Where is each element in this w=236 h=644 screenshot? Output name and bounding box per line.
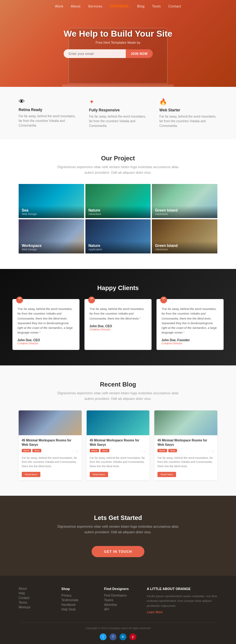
blog-meta-3: More Tech ♡ ☺ xyxy=(157,449,214,454)
project-island2-overlay: Green Island Adventure xyxy=(152,241,217,253)
cta-section: Lets Get Started Dignissimos asperiores … xyxy=(0,496,236,576)
feature-webstarter-title: Web Starter xyxy=(159,108,180,112)
blog-tags-1: More Tech xyxy=(22,449,41,452)
testimonial-1: " "Far far away, behind the word mountai… xyxy=(12,299,79,350)
project-island-name: Green Island xyxy=(155,208,214,212)
projects-subtitle: Dignissimos asperiores vitae velit venia… xyxy=(56,164,180,175)
hero-form: JOIN NOW xyxy=(64,49,172,58)
testimonial-3-role: Creative Director xyxy=(161,342,219,345)
blog-card-3: 45 Minimal Workspace Rooms for Web Savys… xyxy=(154,410,217,481)
feature-responsive-text: Far far away, behind the word mountains,… xyxy=(89,114,147,128)
project-sea-overlay: Sea Web Design xyxy=(19,206,84,218)
project-grid: Sea Web Design Nature Adventure Green Is… xyxy=(19,184,217,253)
feature-responsive-title: Fully Responsive xyxy=(89,108,120,112)
project-nature-name: Nature xyxy=(88,208,148,212)
hero-content: We Help to Build Your Site Free html Tem… xyxy=(64,29,172,58)
quote-icon-2: " xyxy=(88,297,95,303)
footer-contact[interactable]: Contact xyxy=(19,596,54,600)
footer-help[interactable]: Help xyxy=(19,592,54,595)
project-nature[interactable]: Nature Adventure xyxy=(85,184,151,218)
project-island-overlay: Green Island Adventure xyxy=(152,206,217,218)
blog-tag-3a: More xyxy=(157,449,167,452)
footer-bottom: Copyright © 2018 Company name all rights… xyxy=(19,623,217,640)
project-nature2[interactable]: Nature Application xyxy=(85,219,151,253)
testimonial-1-author: John Doe, CEO xyxy=(17,338,75,342)
blog-meta-2: More Tech ♡ ☺ xyxy=(90,449,147,454)
blog-text-3: Far far away, behind the word mountains,… xyxy=(157,456,214,469)
footer-api[interactable]: API xyxy=(104,608,139,611)
nav-about[interactable]: About xyxy=(71,4,80,8)
footer-grid: About Help Contact Terms Meetups Shop Pr… xyxy=(19,587,217,615)
feature-retina-text: Far far away, behind the word mountains,… xyxy=(19,114,77,128)
footer-find-title: Find Designers xyxy=(104,587,139,591)
blog-title-2: 45 Minimal Workspace Rooms for Web Savys xyxy=(90,438,147,447)
blog-readmore-1[interactable]: Read More xyxy=(22,472,40,477)
blog-tag-2b: Tech xyxy=(100,449,109,452)
footer-privacy[interactable]: Privacy xyxy=(61,594,97,597)
footer-col-2: Shop Privacy Testimonials Handbook Help … xyxy=(61,587,97,615)
cta-button[interactable]: GET IN TOUCH xyxy=(92,546,145,557)
blog-text-2: Far far away, behind the word mountains,… xyxy=(90,456,147,469)
testimonial-2-text: "Far far away, behind the word mountains… xyxy=(89,306,147,321)
footer: About Help Contact Terms Meetups Shop Pr… xyxy=(0,576,236,644)
blog-body-3: 45 Minimal Workspace Rooms for Web Savys… xyxy=(154,435,217,481)
blog-meta-1: More Tech ♡ ☺ xyxy=(22,449,79,454)
nav-tools[interactable]: Tools xyxy=(152,4,161,8)
project-sea[interactable]: Sea Web Design xyxy=(19,184,84,218)
project-island2-name: Green Island xyxy=(155,244,214,248)
footer-terms[interactable]: Terms xyxy=(19,601,54,604)
blog-subtitle: Dignissimos asperiores vitae velit venia… xyxy=(56,391,180,401)
footer-copyright: Copyright © 2018 Company name all rights… xyxy=(85,627,151,630)
project-nature2-overlay: Nature Application xyxy=(85,241,151,253)
feature-webstarter-text: Far far away, behind the word mountains,… xyxy=(159,114,217,128)
nav-services[interactable]: Services xyxy=(88,4,102,8)
blog-readmore-2[interactable]: Read More xyxy=(90,472,108,477)
footer-helpdesk[interactable]: Help Desk xyxy=(61,608,97,611)
quote-icon-3: " xyxy=(160,297,167,303)
cta-subtitle: Dignissimos asperiores vitae velit venia… xyxy=(56,524,180,535)
footer-teams[interactable]: Teams xyxy=(104,598,139,602)
blog-readmore-3[interactable]: Read More xyxy=(157,472,176,477)
facebook-icon[interactable]: f xyxy=(110,633,116,640)
blog-tags-2: More Tech xyxy=(90,449,109,452)
blog-tags-3: More Tech xyxy=(157,449,177,452)
footer-col-1: About Help Contact Terms Meetups xyxy=(19,587,54,615)
footer-testimonials[interactable]: Testimonials xyxy=(61,598,97,602)
project-island2-cat: Adventure xyxy=(155,248,214,251)
hero-subtitle: Free html Templates Made by xyxy=(64,41,172,44)
nav-brand[interactable]: ORANGE. xyxy=(110,4,130,8)
blog-img-2 xyxy=(87,410,150,435)
footer-find-devs[interactable]: Find Developers xyxy=(104,594,139,597)
project-island[interactable]: Green Island Adventure xyxy=(152,184,217,218)
pinterest-icon[interactable]: p xyxy=(129,633,136,640)
feature-responsive: ✦ Fully Responsive Far far away, behind … xyxy=(89,98,147,128)
nav-work[interactable]: Work xyxy=(55,4,63,8)
nav-blog[interactable]: Blog xyxy=(137,4,145,8)
footer-meetups[interactable]: Meetups xyxy=(19,606,54,609)
blog-meta-icons-3: ♡ ☺ xyxy=(208,450,214,453)
blog-tag-1a: More xyxy=(22,449,31,452)
feature-retina: 👁 Retina Ready Far far away, behind the … xyxy=(19,98,77,128)
testimonial-1-role: Creative Director xyxy=(17,342,75,345)
blog-img-1 xyxy=(19,410,82,435)
footer-shop-title: Shop xyxy=(61,587,97,591)
project-island2[interactable]: Green Island Adventure xyxy=(152,219,217,253)
twitter-icon[interactable]: t xyxy=(100,633,107,640)
footer-advertise[interactable]: Advertise xyxy=(104,603,139,606)
footer-learn-more[interactable]: Learn More xyxy=(147,610,217,614)
footer-about[interactable]: About xyxy=(19,587,54,590)
project-workspace-cat: Web Design xyxy=(22,248,81,251)
join-button[interactable]: JOIN NOW xyxy=(126,49,153,58)
email-input[interactable] xyxy=(64,49,126,58)
footer-handbook[interactable]: Handbook xyxy=(61,603,97,606)
retina-icon: 👁 xyxy=(19,98,25,105)
testimonials-title: Happy Clients xyxy=(12,284,224,292)
blog-section: Recent Blog Dignissimos asperiores vitae… xyxy=(0,365,236,496)
linkedin-icon[interactable]: in xyxy=(120,633,126,640)
blog-img-3 xyxy=(154,410,217,435)
project-workspace[interactable]: Workspace Web Design xyxy=(19,219,84,253)
blog-tag-3b: Tech xyxy=(168,449,177,452)
project-nature2-name: Nature xyxy=(88,244,148,248)
nav-contact[interactable]: Contact xyxy=(168,4,181,8)
project-nature-overlay: Nature Adventure xyxy=(85,206,151,218)
